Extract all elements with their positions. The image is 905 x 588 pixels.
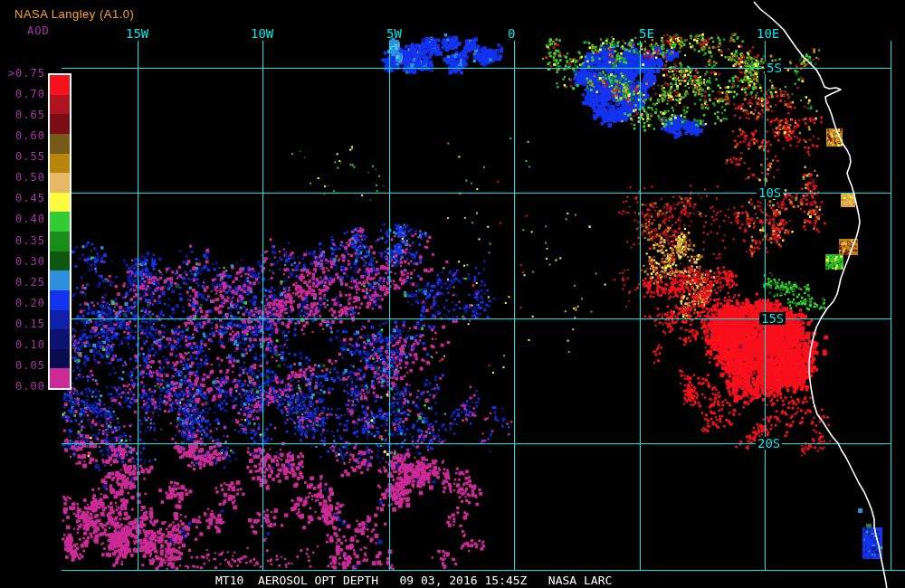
colorbar-label-7: 0.40 <box>2 212 45 226</box>
colorbar-segment-8 <box>50 232 70 251</box>
map-caption: MT10 AEROSOL OPT DEPTH 09 03, 2016 15:45… <box>215 574 612 587</box>
colorbar-segment-5 <box>50 173 70 193</box>
colorbar-segment-10 <box>50 270 70 290</box>
colorbar-label-13: 0.10 <box>2 337 45 352</box>
lon-label-5E: 5E <box>639 26 654 41</box>
colorbar-segment-7 <box>50 212 70 232</box>
colorbar-segment-0 <box>50 75 70 95</box>
lon-label-15W: 15W <box>126 26 148 41</box>
lat-label-15S: 15S <box>759 312 786 325</box>
colorbar-segment-13 <box>50 329 70 349</box>
page-title: NASA Langley (A1.0) <box>14 7 134 21</box>
colorbar-segment-9 <box>50 251 70 271</box>
colorbar-segment-12 <box>50 310 70 330</box>
colorbar-label-11: 0.20 <box>2 296 45 310</box>
colorbar-label-5: 0.50 <box>2 170 45 185</box>
colorbar-segment-3 <box>50 134 70 154</box>
lon-label-10W: 10W <box>251 26 273 41</box>
colorbar-label-1: 0.70 <box>2 87 45 101</box>
colorbar-segment-2 <box>50 114 70 134</box>
colorbar-segment-11 <box>50 290 70 310</box>
colorbar-label-10: 0.25 <box>2 275 45 289</box>
colorbar-segment-1 <box>50 95 70 115</box>
lat-label-5S: 5S <box>765 62 784 74</box>
colorbar-segment-6 <box>50 193 70 213</box>
colorbar-label-9: 0.30 <box>2 254 45 269</box>
colorbar-segment-14 <box>50 349 70 369</box>
lat-label-10S: 10S <box>757 186 783 199</box>
aod-map-canvas <box>0 0 905 588</box>
colorbar-label-3: 0.60 <box>2 128 45 143</box>
aod-map-viewport: NASA Langley (A1.0) AOD 15W10W5W05E10E5S… <box>0 0 905 588</box>
colorbar-label-14: 0.05 <box>2 358 45 373</box>
colorbar-label-6: 0.45 <box>2 191 45 205</box>
colorbar-segment-4 <box>50 154 70 174</box>
lon-label-10E: 10E <box>757 26 779 41</box>
aod-subtitle: AOD <box>27 24 50 37</box>
lon-label-5W: 5W <box>386 26 402 41</box>
colorbar-label-8: 0.35 <box>2 233 45 248</box>
colorbar-label-15: 0.00 <box>2 379 45 394</box>
colorbar-segment-15 <box>50 368 70 388</box>
colorbar-label-0: >0.75 <box>2 66 45 81</box>
colorbar-label-12: 0.15 <box>2 317 45 331</box>
colorbar-label-4: 0.55 <box>2 149 45 164</box>
aod-colorbar <box>48 73 71 390</box>
colorbar-label-2: 0.65 <box>2 108 45 122</box>
lon-label-0: 0 <box>508 26 515 41</box>
lat-label-20S: 20S <box>756 437 782 450</box>
